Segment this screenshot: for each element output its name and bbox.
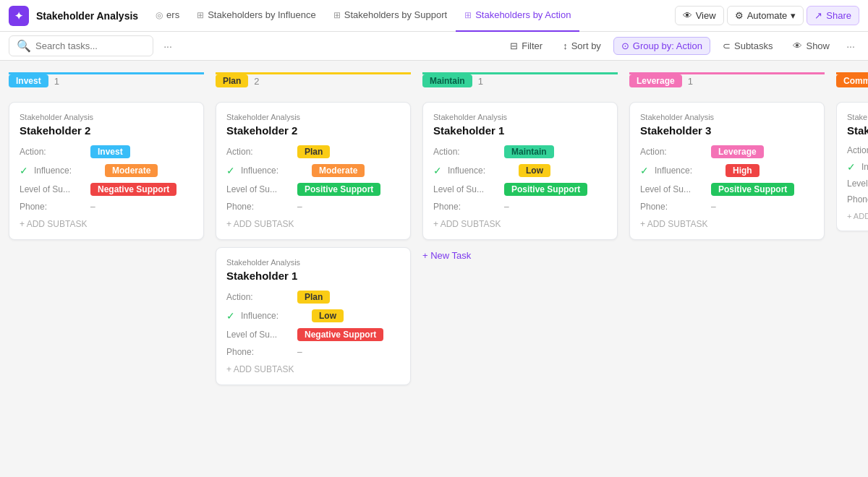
- app-title: Stakeholder Analysis: [36, 10, 138, 22]
- header: ✦ Stakeholder Analysis ◎ ers ⊞ Stakehold…: [0, 0, 868, 32]
- column-commit: Commit 1 Stakeholder Stakehol... Action:…: [836, 72, 868, 239]
- support-badge: Positive Support: [504, 183, 587, 196]
- add-subtask-button[interactable]: + ADD SUBTASK: [640, 219, 814, 229]
- influence-badge: Low: [312, 309, 344, 322]
- sort-by-button[interactable]: ↕ Sort by: [555, 37, 609, 55]
- support-label: Level of Su...: [433, 184, 498, 194]
- card-field-influence: ✓ Influence: Low: [433, 164, 607, 177]
- card-leverage-1: Stakeholder Analysis Stakeholder 3 Actio…: [629, 102, 825, 240]
- tab-by-action[interactable]: ⊞ Stakeholders by Action: [456, 0, 579, 32]
- phone-value: –: [504, 202, 509, 212]
- column-plan: Plan 2 Stakeholder Analysis Stakeholder …: [216, 72, 411, 392]
- card-title: Stakeholder 1: [226, 270, 400, 282]
- column-badge-commit: Commit: [836, 74, 868, 87]
- phone-label: Phone:: [433, 202, 498, 212]
- action-badge: Plan: [297, 291, 330, 304]
- add-subtask-button[interactable]: + ADD SUBTASK: [226, 219, 400, 229]
- more-options-button[interactable]: ···: [842, 38, 859, 55]
- tab-by-influence[interactable]: ⊞ Stakeholders by Influence: [188, 0, 325, 32]
- action-label: Action:: [226, 292, 292, 302]
- eye-icon: 👁: [793, 40, 802, 51]
- add-subtask-button[interactable]: + ADD SUBTASK: [20, 219, 193, 229]
- column-maintain: Maintain 1 Stakeholder Analysis Stakehol…: [422, 72, 618, 264]
- card-field-action: Action: Invest: [20, 145, 193, 158]
- influence-label: Influence:: [241, 311, 306, 321]
- chevron-down-icon: ▾: [791, 10, 796, 21]
- column-badge-maintain: Maintain: [422, 74, 472, 87]
- show-button[interactable]: 👁 Show: [785, 37, 838, 55]
- card-subtitle: Stakeholder Analysis: [226, 258, 400, 267]
- search-icon: 🔍: [17, 39, 31, 53]
- column-badge-plan: Plan: [216, 74, 248, 87]
- card-field-support: Level of Su... Positive Support: [640, 183, 814, 196]
- card-field-support: Level of S...: [847, 179, 868, 189]
- card-field-phone: Phone: –: [20, 202, 193, 212]
- column-header-invest: Invest 1: [9, 72, 204, 93]
- column-count-leverage: 1: [688, 76, 693, 87]
- search-input[interactable]: [35, 40, 145, 51]
- sort-icon: ↕: [563, 40, 568, 51]
- card-subtitle: Stakeholder Analysis: [20, 113, 193, 121]
- support-label: Level of Su...: [640, 184, 705, 194]
- automate-button[interactable]: ⚙ Automate ▾: [727, 6, 804, 25]
- check-icon: ✓: [640, 165, 649, 176]
- support-badge: Positive Support: [297, 183, 380, 196]
- add-subtask-button[interactable]: + ADD SUBTA...: [847, 212, 868, 220]
- card-field-action: Action: Leverage: [640, 145, 814, 158]
- view-button[interactable]: 👁 View: [675, 6, 724, 25]
- share-button[interactable]: ↗ Share: [807, 6, 859, 25]
- column-invest: Invest 1 Stakeholder Analysis Stakeholde…: [9, 72, 204, 247]
- column-header-maintain: Maintain 1: [422, 72, 618, 93]
- phone-label: Phone:: [640, 202, 705, 212]
- card-field-phone: Phone: –: [640, 202, 814, 212]
- add-subtask-button[interactable]: + ADD SUBTASK: [226, 364, 400, 374]
- influence-badge: Moderate: [312, 164, 365, 177]
- card-commit-1: Stakeholder Stakehol... Action: ✓ Influe…: [836, 102, 868, 231]
- card-field-influence: ✓ Influence: Moderate: [226, 164, 400, 177]
- add-subtask-button[interactable]: + ADD SUBTASK: [433, 219, 607, 229]
- share-icon: ↗: [814, 10, 822, 21]
- card-subtitle: Stakeholder Analysis: [640, 113, 814, 121]
- card-subtitle: Stakeholder Analysis: [226, 113, 400, 121]
- tab-others[interactable]: ◎ ers: [147, 0, 188, 32]
- check-icon: ✓: [20, 165, 28, 176]
- column-badge-leverage: Leverage: [629, 74, 682, 87]
- check-icon: ✓: [433, 165, 442, 176]
- tab-by-support[interactable]: ⊞ Stakeholders by Support: [325, 0, 456, 32]
- influence-label: Influence:: [241, 166, 306, 176]
- check-icon: ✓: [226, 165, 235, 176]
- action-label: Action:: [20, 147, 85, 157]
- toolbar: 🔍 ··· ⊟ Filter ↕ Sort by ⊙ Group by: Act…: [0, 32, 868, 61]
- support-label: Level of Su...: [226, 184, 292, 194]
- subtasks-button[interactable]: ⊂ Subtasks: [715, 37, 780, 55]
- phone-label: Phone:: [847, 194, 868, 205]
- card-title: Stakehol...: [847, 124, 868, 137]
- filter-button[interactable]: ⊟ Filter: [502, 37, 550, 55]
- search-box[interactable]: 🔍: [9, 35, 153, 56]
- card-field-support: Level of Su... Negative Support: [226, 328, 400, 341]
- column-count-maintain: 1: [478, 76, 483, 87]
- card-invest-1: Stakeholder Analysis Stakeholder 2 Actio…: [9, 102, 204, 240]
- card-field-support: Level of Su... Positive Support: [433, 183, 607, 196]
- tab-support-icon: ⊞: [333, 10, 341, 20]
- column-header-leverage: Leverage 1: [629, 72, 825, 93]
- app-logo: ✦: [9, 6, 29, 26]
- action-label: Action:: [226, 147, 292, 157]
- card-field-support: Level of Su... Positive Support: [226, 183, 400, 196]
- card-title: Stakeholder 2: [226, 124, 400, 137]
- card-field-influence: ✓ Influence:: [847, 161, 868, 173]
- phone-label: Phone:: [20, 202, 85, 212]
- influence-label: Influence:: [861, 162, 868, 172]
- card-maintain-1: Stakeholder Analysis Stakeholder 1 Actio…: [422, 102, 618, 240]
- check-icon: ✓: [226, 310, 235, 322]
- action-badge: Plan: [297, 145, 330, 158]
- action-badge: Maintain: [504, 145, 554, 158]
- column-header-commit: Commit 1: [836, 72, 868, 93]
- card-field-phone: Phone: –: [226, 347, 400, 357]
- action-badge: Invest: [90, 145, 130, 158]
- search-options-button[interactable]: ···: [159, 38, 176, 55]
- column-count-plan: 2: [254, 76, 259, 87]
- influence-badge: Low: [519, 164, 550, 177]
- group-by-button[interactable]: ⊙ Group by: Action: [613, 37, 710, 55]
- new-task-button[interactable]: + New Task: [422, 247, 618, 264]
